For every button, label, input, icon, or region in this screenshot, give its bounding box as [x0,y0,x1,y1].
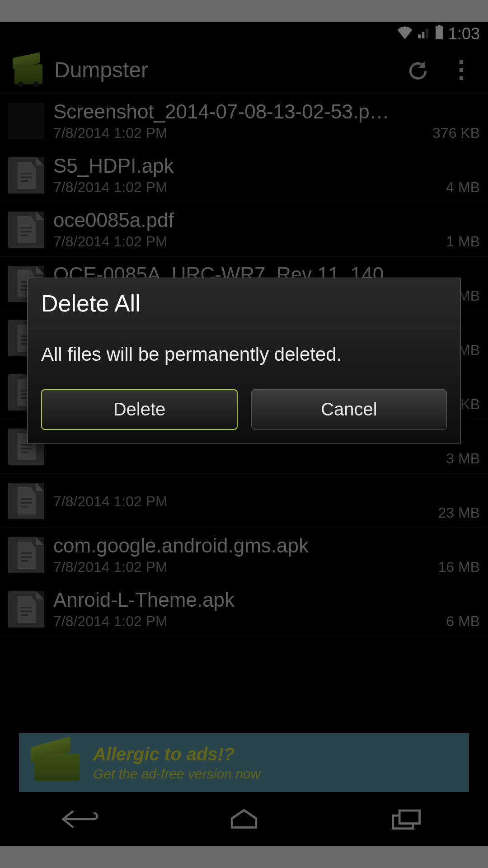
letterbox-top [0,0,488,22]
delete-button[interactable]: Delete [41,389,238,430]
cancel-button[interactable]: Cancel [251,389,447,430]
dialog-title: Delete All [28,278,460,329]
letterbox-bottom [0,846,488,868]
dialog-message: All files will be permanently deleted. [28,329,460,380]
delete-all-dialog: Delete All All files will be permanently… [27,278,461,444]
